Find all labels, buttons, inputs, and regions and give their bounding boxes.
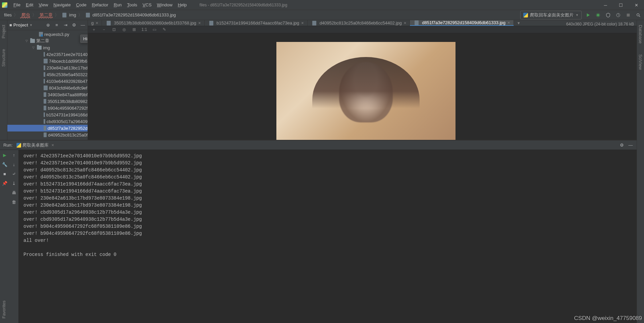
tree-file[interactable]: 230e842a613bc17bd xyxy=(7,64,88,71)
soft-wrap-icon[interactable]: ⤶ xyxy=(11,171,17,177)
debug-button[interactable] xyxy=(594,11,602,19)
tree-file[interactable]: 34903e847aa88ff9bf xyxy=(7,91,88,98)
profile-button[interactable] xyxy=(614,11,622,19)
grid-icon[interactable]: ⊞ xyxy=(131,26,138,33)
console-output[interactable]: over! 42e23571ee2e70140010e97b9b5d9592.j… xyxy=(19,150,637,323)
run-title: Run: xyxy=(3,143,12,148)
tree-file[interactable]: d40952bc813c25a0f xyxy=(7,131,88,138)
menu-file[interactable]: File xyxy=(11,1,23,9)
image-canvas[interactable] xyxy=(88,33,644,140)
file-icon xyxy=(415,20,419,25)
menu-code[interactable]: Code xyxy=(73,1,89,9)
rail-tab-project[interactable]: Project xyxy=(0,23,7,40)
file-icon xyxy=(44,59,48,63)
tree-file[interactable]: 350513fb38db80982 xyxy=(7,98,88,105)
rail-tab-favorites[interactable]: Favorites xyxy=(1,299,7,320)
close-tab-icon[interactable]: × xyxy=(198,20,201,25)
rerun-icon[interactable]: ▶ xyxy=(2,152,8,158)
down-icon[interactable]: ↓ xyxy=(11,161,17,167)
minimize-button[interactable]: ─ xyxy=(598,0,613,10)
file-icon xyxy=(44,52,45,57)
menu-view[interactable]: View xyxy=(36,1,51,9)
zoom-out-icon[interactable]: － xyxy=(101,26,107,33)
editor-tab[interactable]: b1524731e1994166dd74aacc6fac73ea.jpg× xyxy=(205,20,308,26)
tree-file[interactable]: 42e23571ee2e70140 xyxy=(7,51,88,58)
editor-tab[interactable]: d851f7a3e7282952d158409d6db61333.jpg× xyxy=(410,20,514,26)
project-tree[interactable]: requests3.py ▽第二章 ▽img 42e23571ee2e70140… xyxy=(7,30,88,140)
breadcrumb-item[interactable]: d851f7a3e7282952d158409d6db61333.jpg xyxy=(83,12,177,17)
tree-file[interactable]: 458c2538e5a450322 xyxy=(7,71,88,78)
tree-file[interactable]: b1524731e1994166d xyxy=(7,111,88,118)
menu-window[interactable]: Window xyxy=(154,1,175,9)
clear-icon[interactable]: 🗑 xyxy=(11,199,17,205)
fit-icon[interactable]: ◎ xyxy=(121,26,127,33)
pin-icon[interactable]: 📌 xyxy=(2,180,8,186)
tabs-dropdown[interactable]: ▾ xyxy=(514,20,524,26)
menu-run[interactable]: Run xyxy=(111,1,124,9)
color-picker-icon[interactable]: ✎ xyxy=(161,26,168,33)
settings-icon[interactable]: ⚙ xyxy=(71,22,77,28)
tree-file[interactable]: 4103e644920926b47 xyxy=(7,78,88,85)
maximize-button[interactable]: ☐ xyxy=(613,0,629,10)
locate-icon[interactable]: ⊕ xyxy=(45,22,51,28)
background-icon[interactable]: ▭ xyxy=(151,26,158,33)
tree-file-py[interactable]: requests3.py xyxy=(7,31,88,38)
rail-tab-database[interactable]: Database xyxy=(637,23,644,46)
editor-tab[interactable]: g× xyxy=(88,20,102,26)
actual-size-icon[interactable]: ⊡ xyxy=(111,26,117,33)
tree-file[interactable]: cbd9305d17a296409 xyxy=(7,118,88,125)
hide-icon[interactable]: — HideShift+Esc xyxy=(80,22,86,28)
close-tab-icon[interactable]: × xyxy=(96,20,98,25)
breadcrumb-item[interactable]: 爬虫 xyxy=(19,12,32,17)
stop-icon[interactable]: ■ xyxy=(2,171,8,177)
tree-dir[interactable]: ▽第二章 xyxy=(7,38,88,44)
menu-tools[interactable]: Tools xyxy=(124,1,140,9)
run-settings-icon[interactable]: ⚙ xyxy=(619,143,625,148)
editor-tabs: g×350513fb38db809820860de6b1f33768.jpg×b… xyxy=(88,20,644,26)
window-controls: ─ ☐ ✕ xyxy=(598,0,644,10)
menu-refactor[interactable]: Refactor xyxy=(89,1,111,9)
close-tab-icon[interactable]: × xyxy=(301,20,304,25)
tree-file[interactable]: 8043cfdf46e6dfc9ef xyxy=(7,85,88,91)
print-icon[interactable]: 🖶 xyxy=(11,190,17,196)
up-icon[interactable]: ↑ xyxy=(11,152,17,158)
run-configuration-dropdown[interactable]: 爬取回车桌面美女图片 ▼ xyxy=(520,11,582,19)
menu-navigate[interactable]: Navigate xyxy=(51,1,73,9)
project-title[interactable]: ■ Project ▼ xyxy=(9,22,33,28)
menu-help[interactable]: Help xyxy=(175,1,190,9)
close-tab-icon[interactable]: × xyxy=(404,20,407,25)
breadcrumb-item[interactable]: img xyxy=(60,12,77,17)
file-icon xyxy=(44,86,48,90)
menu-edit[interactable]: Edit xyxy=(23,1,36,9)
close-icon[interactable]: × xyxy=(51,143,54,148)
editor-tab[interactable]: 350513fb38db809820860de6b1f33768.jpg× xyxy=(102,20,205,26)
tree-file[interactable]: d851f7a3e7282952d xyxy=(7,125,88,131)
tree-file[interactable]: b904c49590647292f xyxy=(7,105,88,111)
file-icon xyxy=(209,21,213,25)
tree-file[interactable]: 74bcecb1dd99f3fb6 xyxy=(7,58,88,64)
search-everywhere-button[interactable] xyxy=(635,11,642,19)
expand-all-icon[interactable]: ≡ xyxy=(54,22,59,28)
close-tab-icon[interactable]: × xyxy=(507,20,510,25)
close-button[interactable]: ✕ xyxy=(629,0,644,10)
coverage-button[interactable] xyxy=(604,11,612,19)
file-icon xyxy=(44,65,45,70)
breadcrumb-item[interactable]: files xyxy=(3,12,13,17)
stop-button[interactable] xyxy=(625,11,632,19)
editor-tab[interactable]: d40952bc813c25a0fc8466eb6cc54402.jpg× xyxy=(308,20,410,26)
tree-dir[interactable]: ▽img xyxy=(7,44,88,51)
zoom-in-icon[interactable]: ＋ xyxy=(91,26,97,33)
image-toolbar: ＋ － ⊡ ◎ ⊞ 1:1 ▭ ✎ xyxy=(88,26,644,33)
hide-tooltip: HideShift+Esc xyxy=(80,35,88,43)
rail-tab-sciview[interactable]: SciView xyxy=(637,52,644,72)
image-info-label: 640x360 JPEG (24-bit color) 18.76 kB xyxy=(566,22,634,26)
rerun-wrench-icon[interactable]: 🔧 xyxy=(2,161,8,167)
run-button[interactable] xyxy=(584,11,592,19)
menu-vcs[interactable]: VCS xyxy=(140,1,154,9)
breadcrumb-item[interactable]: 第二章 xyxy=(37,12,54,17)
rail-tab-structure[interactable]: Structure xyxy=(0,47,7,69)
run-hide-icon[interactable]: — xyxy=(628,143,633,148)
run-tab[interactable]: 爬取美卓图库 × xyxy=(16,142,54,148)
collapse-all-icon[interactable]: ⇥ xyxy=(63,22,68,28)
scroll-end-icon[interactable]: ⤓ xyxy=(11,180,17,186)
